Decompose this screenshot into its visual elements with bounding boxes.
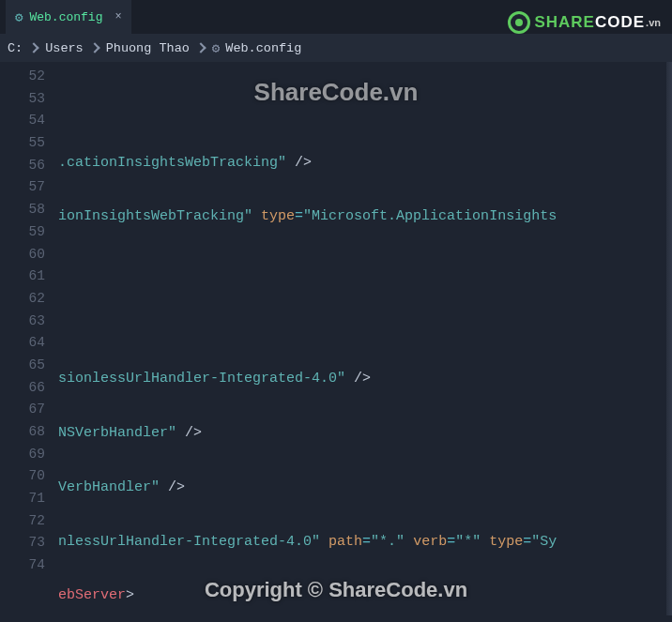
line-number: 58 bbox=[0, 199, 45, 221]
close-icon[interactable]: × bbox=[115, 10, 121, 23]
code-line: ebServer> bbox=[58, 584, 672, 607]
code-line: sionlessUrlHandler-Integrated-4.0" /> bbox=[58, 368, 672, 390]
breadcrumb-root[interactable]: C: bbox=[8, 41, 23, 55]
line-number: 65 bbox=[0, 355, 45, 377]
line-number: 74 bbox=[0, 554, 45, 577]
minimap[interactable] bbox=[666, 62, 672, 615]
chevron-right-icon bbox=[197, 41, 205, 55]
code-line: ionInsightsWebTracking" type="Microsoft.… bbox=[58, 205, 672, 228]
code-line: nlessUrlHandler-Integrated-4.0" path="*.… bbox=[58, 531, 672, 554]
line-number: 63 bbox=[0, 311, 45, 333]
breadcrumb-file[interactable]: ⚙ Web.config bbox=[212, 40, 301, 56]
line-number: 73 bbox=[0, 532, 45, 554]
line-number: 53 bbox=[0, 88, 45, 111]
code-line bbox=[58, 314, 672, 337]
line-number: 71 bbox=[0, 488, 45, 510]
tab-webconfig[interactable]: ⚙ Web.config × bbox=[6, 0, 131, 34]
breadcrumb-item-phuongthao[interactable]: Phuong Thao bbox=[106, 41, 190, 55]
line-number: 60 bbox=[0, 244, 45, 266]
code-line: VerbHandler" /> bbox=[58, 477, 672, 499]
line-gutter: 5253545556575859606162636465666768697071… bbox=[0, 62, 58, 622]
line-number: 54 bbox=[0, 110, 45, 132]
line-number: 52 bbox=[0, 66, 45, 88]
line-number: 59 bbox=[0, 221, 45, 244]
code-line: .cationInsightsWebTracking" /> bbox=[58, 152, 672, 174]
code-line bbox=[58, 98, 672, 120]
code-view[interactable]: .cationInsightsWebTracking" /> ionInsigh… bbox=[58, 62, 672, 622]
chevron-right-icon bbox=[91, 41, 99, 55]
tab-bar: ⚙ Web.config × bbox=[0, 0, 672, 34]
code-line: NSVerbHandler" /> bbox=[58, 422, 672, 445]
line-number: 67 bbox=[0, 399, 45, 421]
gear-icon: ⚙ bbox=[15, 9, 23, 25]
tab-label: Web.config bbox=[29, 10, 102, 24]
chevron-right-icon bbox=[30, 41, 38, 55]
line-number: 64 bbox=[0, 332, 45, 355]
breadcrumb-file-label: Web.config bbox=[225, 41, 301, 55]
breadcrumb-item-users[interactable]: Users bbox=[45, 41, 84, 55]
editor: 5253545556575859606162636465666768697071… bbox=[0, 62, 672, 622]
line-number: 70 bbox=[0, 465, 45, 488]
line-number: 55 bbox=[0, 132, 45, 155]
line-number: 72 bbox=[0, 510, 45, 533]
line-number: 69 bbox=[0, 444, 45, 466]
line-number: 57 bbox=[0, 176, 45, 199]
code-line bbox=[58, 260, 672, 282]
gear-icon: ⚙ bbox=[212, 40, 220, 56]
breadcrumb: C: Users Phuong Thao ⚙ Web.config bbox=[0, 34, 672, 62]
line-number: 66 bbox=[0, 377, 45, 400]
line-number: 61 bbox=[0, 265, 45, 288]
line-number: 62 bbox=[0, 288, 45, 311]
line-number: 68 bbox=[0, 421, 45, 444]
line-number: 56 bbox=[0, 155, 45, 177]
